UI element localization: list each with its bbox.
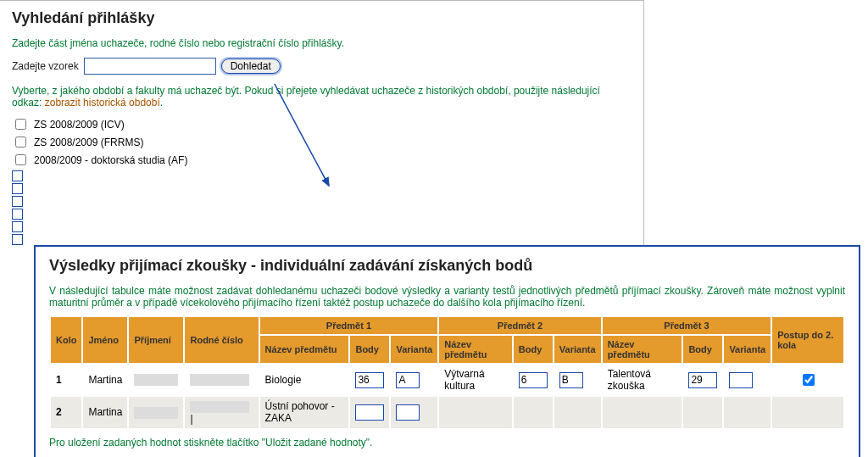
period-checkbox[interactable] [15, 119, 26, 130]
search-panel: Vyhledání přihlášky Zadejte část jména u… [0, 0, 644, 248]
search-form-row: Zadejte vzorek Dohledat [12, 58, 632, 75]
cell-p1-name: Ústní pohovor - ZAKA [259, 396, 350, 429]
results-table: Kolo Jméno Příjmení Rodné číslo Předmět … [49, 315, 845, 430]
col-varianta: Varianta [390, 335, 438, 364]
redacted [134, 407, 178, 419]
col-predmet1: Předmět 1 [259, 316, 439, 335]
col-varianta: Varianta [723, 335, 771, 364]
history-link[interactable]: zobrazit historická období [45, 97, 160, 109]
cell-rodne: | [184, 396, 259, 429]
period-label: ZS 2008/2009 (ICV) [34, 119, 125, 131]
col-nazev: Název předmětu [259, 335, 350, 364]
cell-p3-name: Talentová zkouška [602, 364, 683, 396]
period-label: 2008/2009 - doktorská studia (AF) [34, 154, 187, 166]
col-body: Body [513, 335, 554, 364]
redacted [134, 374, 178, 386]
results-intro: V následující tabulce máte možnost zadáv… [49, 285, 845, 309]
cell-p2-name: Výtvarná kultura [438, 364, 513, 396]
col-body: Body [682, 335, 723, 364]
p1-body-input[interactable] [355, 372, 384, 388]
col-varianta: Varianta [554, 335, 602, 364]
p3-var-input[interactable] [729, 372, 753, 388]
table-row: 1 Martina Biologie Výtvarná kultura Tale… [50, 364, 844, 396]
results-title: Výsledky přijímací zkoušky - individuáln… [49, 257, 845, 275]
cell-postup [771, 396, 844, 429]
search-label: Zadejte vzorek [12, 60, 79, 72]
period-item: ZS 2008/2009 (ICV) [12, 115, 632, 133]
p1-body-input[interactable] [355, 404, 384, 421]
cell-p2-var [554, 396, 602, 429]
cell-p3-body [682, 396, 723, 429]
col-jmeno: Jméno [82, 316, 128, 364]
period-label: ZS 2008/2009 (FRRMS) [34, 137, 143, 148]
cell-p3-name [602, 396, 683, 429]
p1-var-input[interactable] [396, 404, 420, 421]
search-button[interactable]: Dohledat [221, 59, 281, 74]
results-panel: Výsledky přijímací zkoušky - individuáln… [34, 245, 860, 457]
period-checkbox-placeholder [12, 234, 23, 245]
p3-body-input[interactable] [688, 372, 717, 388]
col-body: Body [349, 335, 390, 364]
col-predmet2: Předmět 2 [438, 316, 601, 335]
period-checkbox-placeholder [12, 196, 23, 207]
cell-prijmeni [128, 396, 184, 429]
search-hint: Zadejte část jména uchazeče, rodné číslo… [12, 37, 632, 49]
cell-p1-name: Biologie [259, 364, 350, 396]
cell-jmeno: Martina [82, 396, 128, 429]
p1-var-input[interactable] [396, 372, 420, 388]
redacted [190, 374, 249, 386]
p2-var-input[interactable] [559, 372, 583, 388]
cell-p2-name [438, 396, 513, 429]
period-item: ZS 2008/2009 (FRRMS) [12, 133, 632, 151]
search-title: Vyhledání přihlášky [12, 9, 632, 27]
table-row: 2 Martina | Ústní pohovor - ZAKA [50, 396, 844, 429]
p2-body-input[interactable] [519, 372, 548, 388]
save-hint: Pro uložení zadaných hodnot stiskněte tl… [49, 437, 845, 449]
cell-p2-body [513, 396, 554, 429]
cell-jmeno: Martina [82, 364, 128, 396]
cell-prijmeni [128, 364, 184, 396]
col-rodne: Rodné číslo [184, 316, 259, 364]
period-checkbox-placeholder [12, 183, 23, 194]
period-checkbox[interactable] [15, 154, 26, 165]
search-input[interactable] [84, 58, 216, 75]
cell-rodne [184, 364, 259, 396]
period-checkbox-placeholder [12, 221, 23, 232]
period-checkbox[interactable] [15, 137, 26, 148]
postup-checkbox[interactable] [803, 374, 815, 386]
period-item: 2008/2009 - doktorská studia (AF) [12, 151, 632, 169]
redacted [190, 401, 249, 413]
cell-kolo: 2 [56, 406, 62, 418]
cell-kolo: 1 [56, 374, 62, 386]
period-hint: Vyberte, z jakého období a fakulty má uc… [12, 85, 632, 109]
col-predmet3: Předmět 3 [602, 316, 772, 335]
col-prijmeni: Příjmení [128, 316, 184, 364]
cell-p3-var [723, 396, 771, 429]
period-more-indicators [12, 170, 632, 245]
period-checkbox-placeholder [12, 170, 23, 181]
col-kolo: Kolo [50, 316, 82, 364]
col-nazev: Název předmětu [438, 335, 513, 364]
col-postup: Postup do 2. kola [771, 316, 844, 364]
period-list: ZS 2008/2009 (ICV) ZS 2008/2009 (FRRMS) … [12, 115, 632, 169]
period-checkbox-placeholder [12, 209, 23, 220]
col-nazev: Název předmětu [602, 335, 683, 364]
